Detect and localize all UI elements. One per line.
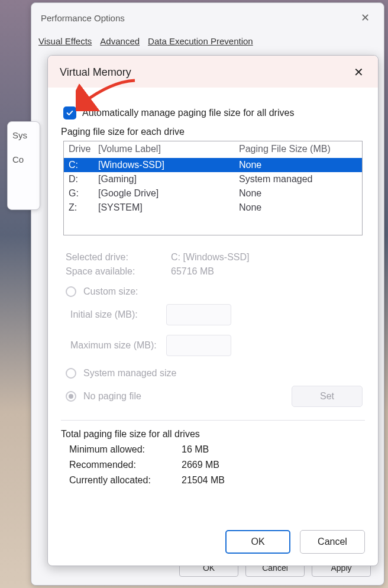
initial-size-label: Initial size (MB): bbox=[70, 309, 157, 320]
drive-letter: D: bbox=[69, 174, 98, 185]
close-icon[interactable]: ✕ bbox=[355, 9, 376, 27]
system-managed-label: System managed size bbox=[83, 368, 176, 379]
drive-size: None bbox=[239, 188, 357, 199]
totals-section: Total paging file size for all drives Mi… bbox=[61, 429, 365, 486]
custom-size-option: Custom size: bbox=[66, 286, 365, 297]
drive-volume: [Windows-SSD] bbox=[98, 160, 239, 170]
drive-volume: [Google Drive] bbox=[98, 188, 239, 199]
no-paging-label: No paging file bbox=[83, 391, 141, 402]
check-icon bbox=[66, 109, 74, 117]
close-icon[interactable]: ✕ bbox=[349, 64, 368, 80]
header-drive: Drive bbox=[69, 144, 98, 154]
drive-size: None bbox=[239, 202, 357, 213]
parent-title-bar: Performance Options ✕ bbox=[31, 3, 384, 33]
recommended-value: 2669 MB bbox=[182, 460, 219, 470]
tab-visual-effects[interactable]: Visual Effects bbox=[37, 34, 93, 47]
system-managed-radio[interactable] bbox=[66, 368, 76, 379]
drive-letter: G: bbox=[69, 188, 98, 199]
parent-tabs: Visual Effects Advanced Data Execution P… bbox=[31, 33, 384, 47]
drive-letter: C: bbox=[69, 160, 98, 170]
partial-text-1: Sys bbox=[12, 130, 35, 140]
drive-volume: [SYSTEM] bbox=[98, 202, 239, 213]
drive-volume: [Gaming] bbox=[98, 174, 239, 185]
min-allowed-label: Minimum allowed: bbox=[69, 444, 182, 455]
no-paging-radio[interactable] bbox=[66, 391, 76, 402]
auto-manage-label: Automatically manage paging file size fo… bbox=[82, 108, 294, 118]
vm-footer: OK Cancel bbox=[48, 518, 378, 566]
drive-row-d[interactable]: D: [Gaming] System managed bbox=[64, 172, 362, 186]
tab-advanced[interactable]: Advanced bbox=[99, 34, 141, 47]
selected-drive-value: C: [Windows-SSD] bbox=[171, 252, 363, 263]
auto-manage-row: Automatically manage paging file size fo… bbox=[63, 106, 365, 119]
divider bbox=[61, 420, 365, 421]
parent-title: Performance Options bbox=[41, 13, 125, 23]
ok-button[interactable]: OK bbox=[225, 530, 290, 554]
cancel-button[interactable]: Cancel bbox=[300, 530, 365, 554]
vm-title: Virtual Memory bbox=[60, 66, 131, 79]
initial-size-row: Initial size (MB): bbox=[70, 304, 365, 325]
currently-allocated-value: 21504 MB bbox=[182, 475, 225, 486]
set-button[interactable]: Set bbox=[292, 386, 363, 407]
custom-size-label: Custom size: bbox=[83, 286, 138, 297]
tab-dep[interactable]: Data Execution Prevention bbox=[147, 34, 254, 47]
currently-allocated-label: Currently allocated: bbox=[69, 475, 182, 486]
recommended-label: Recommended: bbox=[69, 460, 182, 470]
maximum-size-label: Maximum size (MB): bbox=[70, 340, 157, 351]
space-available-label: Space available: bbox=[66, 266, 171, 277]
partial-background-window: Sys Co bbox=[7, 121, 40, 210]
initial-size-input[interactable] bbox=[166, 304, 231, 325]
maximum-size-input[interactable] bbox=[166, 335, 231, 356]
selected-drive-info: Selected drive: C: [Windows-SSD] Space a… bbox=[66, 252, 363, 277]
vm-title-bar: Virtual Memory ✕ bbox=[48, 56, 378, 88]
drive-letter: Z: bbox=[69, 202, 98, 213]
drive-size: System managed bbox=[239, 174, 357, 185]
drive-list: Drive [Volume Label] Paging File Size (M… bbox=[63, 141, 363, 235]
partial-text-2: Co bbox=[12, 154, 35, 164]
selected-drive-label: Selected drive: bbox=[66, 252, 171, 263]
virtual-memory-dialog: Virtual Memory ✕ Automatically manage pa… bbox=[47, 55, 379, 566]
min-allowed-value: 16 MB bbox=[182, 444, 209, 455]
drive-row-g[interactable]: G: [Google Drive] None bbox=[64, 186, 362, 201]
drive-list-header: Drive [Volume Label] Paging File Size (M… bbox=[64, 141, 362, 158]
header-size: Paging File Size (MB) bbox=[239, 144, 357, 154]
vm-body: Automatically manage paging file size fo… bbox=[48, 88, 378, 518]
totals-title: Total paging file size for all drives bbox=[61, 429, 365, 440]
custom-size-radio[interactable] bbox=[66, 286, 76, 297]
drive-size: None bbox=[239, 160, 357, 170]
maximum-size-row: Maximum size (MB): bbox=[70, 335, 365, 356]
auto-manage-checkbox[interactable] bbox=[63, 106, 76, 119]
drive-row-z[interactable]: Z: [SYSTEM] None bbox=[64, 201, 362, 215]
drive-row-c[interactable]: C: [Windows-SSD] None bbox=[64, 158, 362, 172]
header-volume: [Volume Label] bbox=[98, 144, 239, 154]
system-managed-option: System managed size bbox=[66, 368, 365, 379]
drive-list-label: Paging file size for each drive bbox=[61, 127, 365, 137]
space-available-value: 65716 MB bbox=[171, 266, 363, 277]
